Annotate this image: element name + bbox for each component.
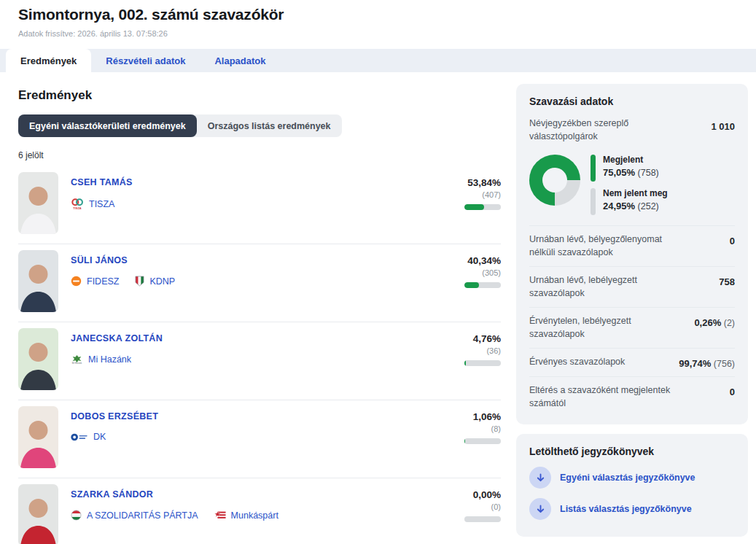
tab-bar: Eredmények Részvételi adatok Alapadatok [0, 49, 756, 72]
candidate-count: 6 jelölt [18, 150, 501, 160]
vote-count: (36) [434, 346, 501, 355]
vote-percent: 4,76% [434, 333, 501, 344]
stat-row: Urnában lévő, bélyegzőlenyomat nélküli s… [529, 225, 735, 266]
toggle-orszagos-listas[interactable]: Országos listás eredmények [197, 114, 342, 137]
candidate-metrics: 1,06% (8) [434, 406, 501, 478]
legend-absent-pct: 24,95% [603, 201, 635, 211]
vote-count: (305) [434, 268, 501, 277]
party-link-tisza[interactable]: TISZA TISZA [71, 198, 114, 210]
candidate-metrics: 53,84% (407) [434, 172, 501, 244]
vote-percent: 53,84% [434, 177, 501, 188]
party-link-munkaspart[interactable]: Munkáspárt [214, 510, 278, 521]
vote-count: (407) [434, 190, 501, 199]
tab-alapadatok[interactable]: Alapadatok [200, 49, 280, 72]
candidate-name-link[interactable]: CSEH TAMÁS [71, 177, 133, 187]
legend-absent-label: Nem jelent meg [603, 188, 668, 198]
legend-marker-present [591, 155, 596, 182]
candidate-photo [18, 328, 58, 390]
stat-row: Érvénytelen, lebélyegzett szavazólapok 0… [529, 307, 735, 348]
stat-row: Urnában lévő, lebélyegzett szavazólapok … [529, 266, 735, 307]
toggle-egyeni-eredmenyek[interactable]: Egyéni választókerületi eredmények [18, 114, 197, 137]
vote-bar [464, 282, 501, 288]
vote-bar [464, 516, 501, 522]
candidate-info: DOBOS ERZSÉBET DK [71, 406, 158, 478]
party-list: A SZOLIDARITÁS PÁRTJA Munkáspárt [71, 510, 278, 521]
content: Eredmények Egyéni választókerületi eredm… [0, 72, 756, 544]
party-link-kdnp[interactable]: KDNP [135, 276, 175, 287]
candidate-row: SZARKA SÁNDOR A SZOLIDARITÁS PÁ [18, 478, 501, 544]
candidate-row: DOBOS ERZSÉBET DK 1,06% (8) [18, 400, 501, 478]
candidate-metrics: 0,00% (0) [434, 484, 501, 544]
vote-bar-fill [464, 360, 466, 366]
data-updated-timestamp: Adatok frissítve: 2026. április 13. 07:5… [18, 29, 738, 38]
svg-text:Mi Hazánk: Mi Hazánk [72, 362, 82, 365]
party-link-fidesz[interactable]: FIDESZ [71, 276, 119, 287]
fidesz-logo-icon [71, 276, 82, 287]
down-arrow-icon [536, 473, 545, 483]
party-link-dk[interactable]: DK [71, 432, 106, 442]
roll-label: Névjegyzékben szereplő választópolgárok [529, 117, 675, 143]
vote-bar-fill [464, 204, 484, 210]
person-silhouette-icon [18, 495, 58, 544]
candidate-photo [18, 250, 58, 312]
turnout-donut [529, 155, 580, 206]
results-toggle: Egyéni választókerületi eredmények Orszá… [18, 114, 342, 137]
vote-bar-fill [464, 438, 465, 444]
person-silhouette-icon [18, 417, 58, 468]
tab-eredmenyek[interactable]: Eredmények [6, 49, 91, 72]
sidebar: Szavazási adatok Névjegyzékben szereplő … [516, 84, 748, 544]
legend-present-count: (758) [635, 168, 659, 178]
candidate-name-link[interactable]: JANECSKA ZOLTÁN [71, 333, 163, 343]
tab-reszveteli-adatok[interactable]: Részvételi adatok [91, 49, 200, 72]
vote-percent: 1,06% [434, 411, 501, 422]
results-heading: Eredmények [18, 88, 501, 103]
legend-marker-absent [591, 188, 596, 215]
legend-present-label: Megjelent [603, 155, 659, 165]
candidate-name-link[interactable]: SZARKA SÁNDOR [71, 489, 278, 500]
mihazank-logo-icon: Mi Hazánk [71, 354, 83, 365]
party-label: A SZOLIDARITÁS PÁRTJA [87, 510, 198, 521]
party-label: TISZA [89, 199, 114, 209]
party-list: DK [71, 432, 158, 442]
vote-percent: 0,00% [434, 489, 501, 500]
download-link-listas[interactable]: Listás választás jegyzőkönyve [529, 498, 735, 520]
party-link-mihazank[interactable]: Mi Hazánk Mi Hazánk [71, 354, 131, 365]
party-label: Mi Hazánk [88, 354, 131, 365]
person-silhouette-icon [18, 261, 58, 312]
candidate-row: SÜLI JÁNOS FIDESZ [18, 244, 501, 322]
page-title: Simontornya, 002. számú szavazókör [18, 6, 738, 23]
legend-item-present: Megjelent 75,05% (758) [591, 155, 668, 182]
vote-count: (0) [434, 502, 501, 511]
down-arrow-icon [536, 505, 545, 514]
dk-logo-icon [71, 432, 88, 442]
results-main: Eredmények Egyéni választókerületi eredm… [18, 84, 501, 544]
stat-row: Eltérés a szavazóként megjelentek számát… [529, 376, 735, 417]
candidate-info: SÜLI JÁNOS FIDESZ [71, 250, 175, 322]
party-list: FIDESZ KDNP [71, 276, 175, 287]
candidate-name-link[interactable]: DOBOS ERZSÉBET [71, 411, 158, 421]
candidate-info: SZARKA SÁNDOR A SZOLIDARITÁS PÁ [71, 484, 278, 544]
party-link-szolidaritas[interactable]: A SZOLIDARITÁS PÁRTJA [71, 510, 198, 521]
candidate-photo [18, 484, 58, 544]
voting-data-card: Szavazási adatok Névjegyzékben szereplő … [516, 84, 748, 424]
download-link-egyeni[interactable]: Egyéni választás jegyzőkönyve [529, 467, 735, 489]
legend-absent-count: (252) [635, 201, 659, 211]
person-silhouette-icon [18, 183, 58, 234]
candidate-photo [18, 406, 58, 468]
party-label: FIDESZ [87, 276, 119, 287]
turnout-block: Megjelent 75,05% (758) Nem jelent meg 24… [529, 149, 735, 225]
vote-bar [464, 204, 501, 210]
candidate-name-link[interactable]: SÜLI JÁNOS [71, 255, 175, 265]
stat-row: Érvényes szavazólapok 99,74% (756) [529, 348, 735, 376]
legend-present-pct: 75,05% [603, 167, 635, 178]
roll-value: 1 010 [711, 121, 735, 143]
legend-item-absent: Nem jelent meg 24,95% (252) [591, 188, 668, 215]
svg-text:TISZA: TISZA [73, 206, 82, 210]
vote-bar [464, 360, 501, 366]
party-label: DK [93, 432, 106, 442]
party-list: Mi Hazánk Mi Hazánk [71, 354, 163, 365]
vote-percent: 40,34% [434, 255, 501, 266]
candidate-metrics: 40,34% (305) [434, 250, 501, 322]
turnout-legend: Megjelent 75,05% (758) Nem jelent meg 24… [591, 155, 668, 215]
kdnp-logo-icon [135, 276, 144, 287]
